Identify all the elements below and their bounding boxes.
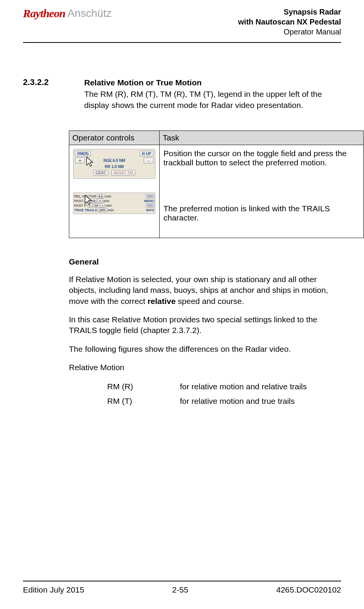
tgt-button-1[interactable]: TGT (146, 194, 154, 198)
w2-r3-unit: min (106, 204, 112, 207)
general-p1-post: speed and course. (176, 297, 244, 305)
rm-toggle-button[interactable]: RM(R) (75, 151, 91, 157)
general-p4: Relative Motion (69, 362, 341, 373)
reset-tm-button[interactable]: RESET TM (111, 170, 135, 176)
w2-r2-val[interactable]: 1/4 (90, 199, 97, 203)
w2-r3-val[interactable]: 10 (93, 203, 100, 207)
def-desc-1: for relative motion and relative trails (180, 382, 341, 391)
plus-button[interactable]: + (75, 158, 85, 163)
range-label: NGE 6.0 NM (86, 158, 143, 163)
logo: Raytheon Anschütz (23, 7, 112, 20)
general-p3: The following figures show the differenc… (69, 344, 341, 354)
ui-widget-trails: REL VECTOR 6.0 min TGT PAST < 1/4 > min (73, 193, 155, 214)
footer-center: 2-55 (172, 585, 188, 594)
w2-r2-gt[interactable]: > (98, 199, 103, 203)
doc-title-3: Operator Manual (238, 27, 341, 37)
operator-table: Operator controls Task RM(R) N UP + NGE … (69, 131, 364, 238)
menu-label: MENU (144, 199, 155, 203)
w2-r4-unit: min (108, 208, 114, 212)
general-p1-bold: relative (147, 297, 176, 305)
w2-r1-unit: min (105, 194, 111, 198)
w2-r2-label: PAST (74, 199, 83, 203)
table-header-controls: Operator controls (69, 131, 160, 145)
logo-primary: Raytheon (23, 7, 65, 20)
minus-button[interactable]: - (144, 158, 153, 163)
w2-r3-lt[interactable]: < (87, 203, 92, 207)
w2-r1-label: REL VECTOR (74, 194, 96, 198)
general-p2: In this case Relative Motion provides tw… (69, 314, 341, 336)
w2-r3-label: PAST P (74, 204, 87, 207)
task-p2: The preferred motion is linked with the … (163, 204, 359, 222)
definition-row: RM (R) for relative motion and relative … (107, 382, 341, 391)
table-cell-task: Position the cursor on the toggle field … (160, 145, 364, 238)
cent-button[interactable]: CENT (93, 170, 108, 176)
w2-r4-val[interactable]: OFF (98, 208, 107, 212)
nup-button[interactable]: N UP (140, 151, 153, 157)
rr-label: RR 1.0 NM (105, 165, 124, 169)
table-header-task: Task (160, 131, 364, 145)
section-title: Relative Motion or True Motion (84, 77, 341, 88)
def-term-1: RM (R) (107, 382, 180, 391)
w2-r2-lt[interactable]: < (84, 199, 89, 203)
w2-r2-unit: min (103, 199, 109, 203)
footer-right: 4265.DOC020102 (276, 585, 341, 594)
logo-secondary: Anschütz (67, 7, 111, 20)
def-desc-2: for relative motion and true trails (180, 397, 341, 406)
section-number: 2.3.2.2 (23, 77, 69, 111)
task-p1: Position the cursor on the toggle field … (163, 149, 359, 167)
page-footer: Edition July 2015 2-55 4265.DOC020102 (23, 578, 341, 594)
ui-widget-range: RM(R) N UP + NGE 6.0 NM - RR 1.0 NM CE (73, 149, 155, 179)
w2-r4-label: TRUE TRAILS (74, 208, 97, 212)
footer-rule (23, 581, 341, 581)
definition-row: RM (T) for relative motion and true trai… (107, 397, 341, 406)
tgt-button-2[interactable]: TGT (146, 203, 154, 207)
footer-left: Edition July 2015 (23, 585, 84, 594)
page-header: Raytheon Anschütz Synapsis Radar with Na… (23, 0, 341, 37)
def-term-2: RM (T) (107, 397, 180, 406)
document-titles: Synapsis Radar with Nautoscan NX Pedesta… (238, 7, 341, 37)
w2-r1-val[interactable]: 6.0 (97, 194, 104, 198)
doc-title-1: Synapsis Radar (238, 7, 341, 17)
info-label: INFO (146, 208, 155, 212)
table-cell-controls: RM(R) N UP + NGE 6.0 NM - RR 1.0 NM CE (69, 145, 160, 238)
general-heading: General (69, 257, 341, 266)
general-p1: If Relative Motion is selected, your own… (69, 274, 341, 307)
w2-r3-gt[interactable]: > (100, 203, 105, 207)
doc-title-2: with Nautoscan NX Pedestal (238, 17, 341, 27)
section-intro: The RM (R), RM (T), TM (R), TM (T), lege… (84, 89, 341, 111)
